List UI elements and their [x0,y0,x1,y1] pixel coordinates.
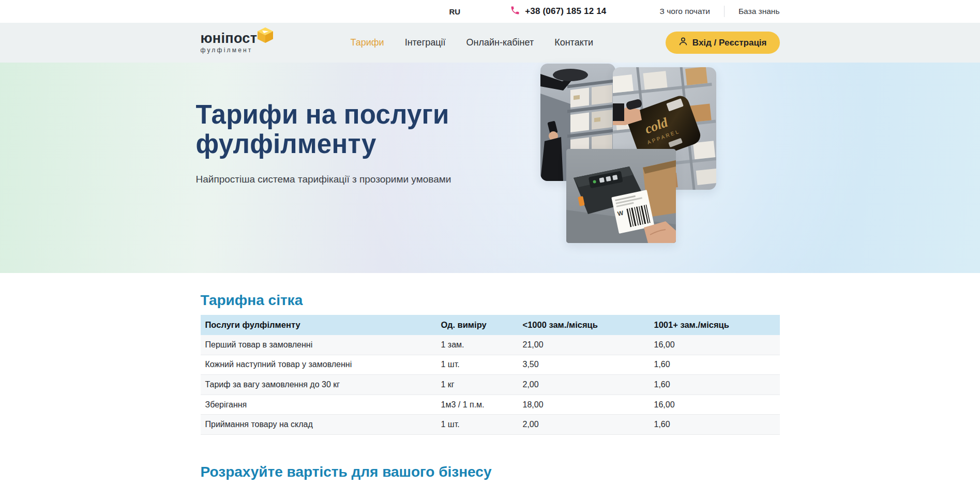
table-row: Перший товар в замовленні 1 зам. 21,00 1… [201,335,780,355]
topbar-link-getting-started[interactable]: З чого почати [660,7,710,16]
logo-tagline: фулфілмент [201,47,278,54]
cell-unit: 1 кг [441,380,523,389]
cell-unit: 1 зам. [441,340,523,350]
cell-price-under-1000: 3,50 [523,360,654,369]
topbar-link-knowledge-base[interactable]: База знань [738,7,780,16]
table-row: Тариф за вагу замовлення до 30 кг 1 кг 2… [201,375,780,395]
column-header-under-1000: <1000 зам./місяць [523,320,654,330]
cell-unit: 1 шт. [441,420,523,429]
hero-subtitle: Найпростіша система тарифікації з прозор… [196,174,451,185]
logo[interactable]: юніпост фулфілмент [201,32,278,54]
cube-icon [258,27,273,45]
nav-item-online-cabinet[interactable]: Онлайн-кабінет [466,37,534,48]
phone-link[interactable]: +38 (067) 185 12 14 [510,5,606,18]
nav-item-integrations[interactable]: Інтеграції [405,37,446,48]
cell-service: Кожний наступний товар у замовленні [205,360,441,369]
hero-section: Тарифи на послугифулфілменту Найпростіша… [0,63,980,273]
cell-price-under-1000: 2,00 [523,380,654,389]
cell-service: Перший товар в замовленні [205,340,441,350]
calculator-section-title: Розрахуйте вартість для вашого бізнесу [201,464,780,480]
cell-price-over-1001: 16,00 [654,400,780,410]
cell-price-over-1001: 16,00 [654,340,780,350]
cell-price-under-1000: 21,00 [523,340,654,350]
cell-price-over-1001: 1,60 [654,420,780,429]
cell-service: Тариф за вагу замовлення до 30 кг [205,380,441,389]
nav-item-tariffs[interactable]: Тарифи [351,37,384,48]
cell-service: Зберігання [205,400,441,410]
cell-unit: 1 шт. [441,360,523,369]
table-row: Приймання товару на склад 1 шт. 2,00 1,6… [201,415,780,435]
cell-price-over-1001: 1,60 [654,380,780,389]
user-icon [679,37,688,49]
table-header-row: Послуги фулфілменту Од. виміру <1000 зам… [201,315,780,335]
photo-label-printer: W [566,149,676,243]
cell-price-over-1001: 1,60 [654,360,780,369]
pricing-section-title: Тарифна сітка [201,292,780,309]
topbar: RU +38 (067) 185 12 14 З чого почати Баз… [0,0,980,23]
column-header-over-1001: 1001+ зам./місяць [654,320,780,330]
cell-service: Приймання товару на склад [205,420,441,429]
page-title: Тарифи на послугифулфілменту [196,100,451,159]
cell-price-under-1000: 18,00 [523,400,654,410]
language-selector[interactable]: RU [449,7,460,16]
nav-item-contacts[interactable]: Контакти [554,37,593,48]
topbar-divider [724,6,725,17]
main-nav: Тарифи Інтеграції Онлайн-кабінет Контакт… [351,37,594,48]
cell-unit: 1м3 / 1 п.м. [441,400,523,410]
header: юніпост фулфілмент Тарифи Інтеграції Онл… [0,23,980,63]
login-register-label: Вхід / Реєстрація [692,38,767,48]
main-content: Тарифна сітка Послуги фулфілменту Од. ви… [0,292,980,480]
column-header-service: Послуги фулфілменту [205,320,441,330]
column-header-unit: Од. виміру [441,320,523,330]
login-register-button[interactable]: Вхід / Реєстрація [666,32,780,54]
table-row: Кожний наступний товар у замовленні 1 шт… [201,355,780,375]
phone-icon [510,5,520,18]
phone-number: +38 (067) 185 12 14 [525,6,606,17]
table-row: Зберігання 1м3 / 1 п.м. 18,00 16,00 [201,395,780,415]
pricing-table: Послуги фулфілменту Од. виміру <1000 зам… [201,315,780,435]
cell-price-under-1000: 2,00 [523,420,654,429]
